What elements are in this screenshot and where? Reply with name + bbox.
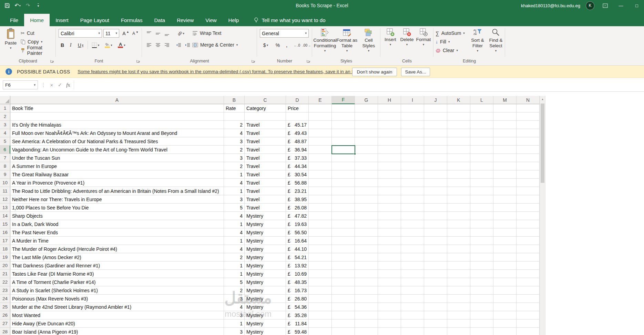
clear-dropdown-icon[interactable]: ▾: [456, 49, 458, 52]
row-header-23[interactable]: 23: [0, 286, 10, 295]
cell-H4[interactable]: [378, 129, 401, 137]
cell-N18[interactable]: [517, 245, 540, 253]
cell-A8[interactable]: A Summer In Europe: [10, 162, 224, 170]
row-header-14[interactable]: 14: [0, 212, 10, 220]
cell-K19[interactable]: [447, 253, 470, 262]
cell-C3[interactable]: Travel: [245, 121, 286, 129]
cell-N27[interactable]: [517, 319, 540, 328]
cell-G2[interactable]: [355, 112, 378, 121]
cell-H19[interactable]: [378, 253, 401, 262]
cell-L9[interactable]: [470, 170, 493, 179]
cell-B2[interactable]: [224, 112, 245, 121]
cell-B4[interactable]: 4: [224, 129, 245, 137]
cell-N6[interactable]: [517, 146, 540, 154]
cell-A3[interactable]: It's Only the Himalayas: [10, 121, 224, 129]
cell-F16[interactable]: [332, 228, 355, 237]
cell-E1[interactable]: [309, 104, 332, 112]
cell-E25[interactable]: [309, 303, 332, 311]
cell-B19[interactable]: 2: [224, 253, 245, 262]
cell-C13[interactable]: Travel: [245, 204, 286, 212]
column-header-D[interactable]: D: [286, 96, 309, 104]
column-header-G[interactable]: G: [355, 96, 378, 104]
cell-C7[interactable]: Travel: [245, 154, 286, 162]
cell-M9[interactable]: [493, 170, 517, 179]
name-box[interactable]: F6 ▾: [3, 80, 38, 89]
cell-C1[interactable]: Category: [245, 104, 286, 112]
cell-F13[interactable]: [332, 204, 355, 212]
cell-B1[interactable]: Rate: [224, 104, 245, 112]
cell-G25[interactable]: [355, 303, 378, 311]
cell-E11[interactable]: [309, 187, 332, 195]
tab-formulas[interactable]: Formulas: [115, 14, 149, 26]
align-top-button[interactable]: [145, 29, 153, 38]
cell-N20[interactable]: [517, 262, 540, 270]
cell-F11[interactable]: [332, 187, 355, 195]
cell-I23[interactable]: [401, 286, 424, 295]
italic-button[interactable]: I: [67, 41, 74, 50]
cell-L2[interactable]: [470, 112, 493, 121]
scrollbar-thumb[interactable]: [541, 104, 544, 183]
cell-I9[interactable]: [401, 170, 424, 179]
cell-D14[interactable]: £47.82: [286, 212, 309, 220]
cell-H26[interactable]: [378, 311, 401, 319]
cell-A1[interactable]: Book Title: [10, 104, 224, 112]
delete-dropdown-icon[interactable]: ▾: [406, 43, 408, 46]
align-bottom-button[interactable]: [163, 29, 171, 38]
cell-G23[interactable]: [355, 286, 378, 295]
row-header-10[interactable]: 10: [0, 179, 10, 187]
cell-M17[interactable]: [493, 237, 517, 245]
cell-G12[interactable]: [355, 195, 378, 204]
cell-F22[interactable]: [332, 278, 355, 286]
cell-H17[interactable]: [378, 237, 401, 245]
cell-H12[interactable]: [378, 195, 401, 204]
cell-D13[interactable]: £26.08: [286, 204, 309, 212]
cell-D27[interactable]: £11.84: [286, 319, 309, 328]
cell-C23[interactable]: Mystery: [245, 286, 286, 295]
font-color-button[interactable]: A ▾: [116, 41, 127, 50]
cell-J25[interactable]: [424, 303, 447, 311]
find-select-button[interactable]: Find & Select ▾: [487, 28, 504, 52]
cell-B21[interactable]: 1: [224, 270, 245, 278]
cell-G16[interactable]: [355, 228, 378, 237]
cell-C20[interactable]: Mystery: [245, 262, 286, 270]
ribbon-display-options-button[interactable]: [600, 0, 610, 11]
cell-M1[interactable]: [493, 104, 517, 112]
cell-E7[interactable]: [309, 154, 332, 162]
cell-L1[interactable]: [470, 104, 493, 112]
cell-E5[interactable]: [309, 137, 332, 146]
cell-L5[interactable]: [470, 137, 493, 146]
cell-A5[interactable]: See America: A Celebration of Our Nation…: [10, 137, 224, 146]
conditional-formatting-button[interactable]: Conditional Formatting ▾: [314, 28, 336, 52]
tab-insert[interactable]: Insert: [50, 14, 74, 26]
format-cells-button[interactable]: Format ▾: [416, 28, 431, 46]
cut-button[interactable]: ✂ Cut: [21, 29, 34, 37]
cell-H16[interactable]: [378, 228, 401, 237]
cell-L20[interactable]: [470, 262, 493, 270]
tell-me-box[interactable]: Tell me what you want to do: [254, 14, 325, 26]
cell-D4[interactable]: £49.43: [286, 129, 309, 137]
cell-E13[interactable]: [309, 204, 332, 212]
cell-L7[interactable]: [470, 154, 493, 162]
cell-D24[interactable]: £26.80: [286, 295, 309, 303]
paste-button[interactable]: Paste ▾: [3, 28, 19, 50]
cell-H15[interactable]: [378, 220, 401, 228]
cell-B3[interactable]: 2: [224, 121, 245, 129]
cell-L23[interactable]: [470, 286, 493, 295]
cell-C15[interactable]: Mystery: [245, 220, 286, 228]
cell-N24[interactable]: [517, 295, 540, 303]
cell-J3[interactable]: [424, 121, 447, 129]
cell-F5[interactable]: [332, 137, 355, 146]
paste-dropdown-icon[interactable]: ▾: [10, 47, 12, 50]
cell-C4[interactable]: Travel: [245, 129, 286, 137]
cell-J9[interactable]: [424, 170, 447, 179]
cell-F12[interactable]: [332, 195, 355, 204]
accounting-dropdown-icon[interactable]: ▾: [267, 44, 268, 47]
cell-M11[interactable]: [493, 187, 517, 195]
cell-C2[interactable]: [245, 112, 286, 121]
cell-K17[interactable]: [447, 237, 470, 245]
cell-I27[interactable]: [401, 319, 424, 328]
insert-function-button[interactable]: fx: [64, 80, 72, 89]
column-header-A[interactable]: A: [10, 96, 224, 104]
cell-N28[interactable]: [517, 328, 540, 335]
find-select-dropdown-icon[interactable]: ▾: [495, 49, 497, 52]
